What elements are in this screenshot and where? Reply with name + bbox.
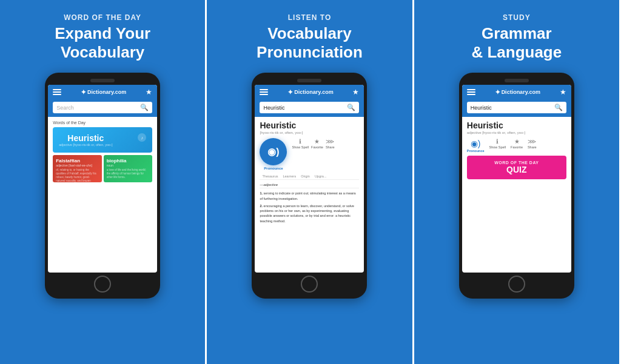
pronounce-label-2: Pronounce [260,167,287,170]
pronounce-circle[interactable]: ◉) [260,138,287,165]
share-label-3: Share [528,145,537,149]
search-bar-1: Search 🔍 [48,99,157,117]
app-header-2: ✦ Dictionary.com ★ [255,85,364,99]
phone-home-btn-2[interactable] [301,276,318,293]
panel2-subtitle: LISTEN TO [288,13,331,22]
logo-wing-1: ✦ [81,88,86,96]
dict-section-label: —adjective [260,183,359,188]
panel2-title: VocabularyPronunciation [257,24,363,62]
star-icon-2[interactable]: ★ [352,88,359,96]
tab-upgrade[interactable]: Upgra... [312,173,329,179]
share-btn-3[interactable]: ⋙ Share [528,138,537,149]
app-header-1: ✦ Dictionary.com ★ [48,85,157,99]
grid-desc-0: of, relating to, or having the qualities… [56,168,99,182]
search-value-2: Heuristic [263,105,347,111]
phone-notch-3 [505,79,529,82]
wotd-section: Words of the Day Heuristic adjective [hy… [48,117,157,186]
share-icon-3: ⋙ [528,138,536,145]
dict-pron-3: adjective [hyoo-ris-tik or, often, yoo-] [467,131,566,134]
show-spell-icon: ℹ [299,138,301,145]
search-container-1[interactable]: Search 🔍 [53,102,152,113]
grid-pos-1: noun [107,164,150,167]
hamburger-icon-3[interactable] [467,89,475,95]
phone-home-btn-1[interactable] [94,276,111,293]
pronounce-btn-wrapper[interactable]: ◉) Pronounce [260,138,287,170]
panel-study: STUDY Grammar& Language ✦ Dictionary.com… [414,0,621,364]
favorite-btn-3[interactable]: ★ Favorite [511,138,523,149]
tab-row-2: Thesaurus Learners Origin Upgra... [260,173,359,180]
wotd-grid-item-1[interactable]: biophilia noun a love of life and the li… [104,155,153,182]
show-spell-icon-3: ℹ [496,138,498,145]
dict-pron-2: [hyoo-ris-tik or, often, yoo-] [260,131,359,134]
app-header-3: ✦ Dictionary.com ★ [462,85,571,99]
dict-content-2: Heuristic [hyoo-ris-tik or, often, yoo-]… [255,117,364,230]
panel1-subtitle: WORD OF THE DAY [64,13,141,22]
grid-desc-1: a love of life and the living world; the… [107,168,150,179]
pronounce-label-3: Pronounce [467,149,485,153]
star-icon-1[interactable]: ★ [146,88,152,96]
show-spell-btn[interactable]: ℹ Show Spell [292,138,309,149]
tab-learners[interactable]: Learners [280,173,298,179]
phone-2: ✦ Dictionary.com ★ Heuristic 🔍 Heuristic… [252,73,367,299]
logo-2: ✦ Dictionary.com [287,88,333,96]
star-icon-3[interactable]: ★ [560,88,566,96]
tab-origin[interactable]: Origin [298,173,312,179]
sound-icon-3: ◉) [471,139,481,148]
phone-notch-2 [297,79,321,82]
show-spell-label: Show Spell [292,145,309,149]
search-container-3[interactable]: Heuristic 🔍 [467,102,566,113]
quiz-card[interactable]: WORD OF THE DAY QUIZ [467,156,566,179]
dict-content-3: Heuristic adjective [hyoo-ris-tik or, of… [462,117,571,183]
favorite-label: Favorite [311,145,323,149]
phone-1: ✦ Dictionary.com ★ Search 🔍 Words of the… [45,73,160,299]
logo-wing-2: ✦ [287,88,293,96]
hamburger-icon-2[interactable] [260,89,268,95]
wotd-audio-btn[interactable]: ♪ [138,133,146,142]
show-spell-label-3: Show Spell [489,145,506,149]
pronounce-btn-3[interactable]: ◉) Pronounce [467,138,485,153]
favorite-label-3: Favorite [511,145,523,149]
panel3-subtitle: STUDY [503,13,531,22]
search-bar-3: Heuristic 🔍 [462,99,571,117]
phone-screen-2: ✦ Dictionary.com ★ Heuristic 🔍 Heuristic… [255,85,364,273]
sound-wave-icon: ◉) [267,146,279,157]
phone-home-btn-3[interactable] [508,276,525,293]
search-bar-2: Heuristic 🔍 [255,99,364,117]
quiz-label: WORD OF THE DAY [472,160,562,165]
favorite-icon: ★ [314,138,320,145]
search-icon-1: 🔍 [140,104,149,111]
panel-pronunciation: LISTEN TO VocabularyPronunciation ✦ Dict… [207,0,414,364]
dict-word-2: Heuristic [260,121,359,130]
tab-thesaurus[interactable]: Thesaurus [260,173,280,179]
share-icon: ⋙ [326,138,334,145]
action-buttons-2: ℹ Show Spell ★ Favorite ⋙ Share [292,138,334,149]
hamburger-icon-1[interactable] [53,89,61,95]
search-icon-3: 🔍 [554,104,563,111]
phone-3: ✦ Dictionary.com ★ Heuristic 🔍 Heuristic… [459,73,574,299]
share-btn[interactable]: ⋙ Share [326,138,335,149]
favorite-icon-3: ★ [514,138,520,145]
wotd-grid: Falstaffian adjective [fawl-staf-ee-uhn]… [53,155,152,182]
search-container-2[interactable]: Heuristic 🔍 [260,102,359,113]
dict-def-2: 2. encouraging a person to learn, discov… [260,204,359,223]
favorite-btn[interactable]: ★ Favorite [311,138,323,149]
panel1-title: Expand YourVocabulary [55,24,150,62]
grid-word-0: Falstaffian [56,158,99,164]
panel-word-of-day: WORD OF THE DAY Expand YourVocabulary ✦ … [0,0,207,364]
dict-word-3: Heuristic [467,121,566,130]
logo-wing-3: ✦ [495,88,500,96]
panel3-title: Grammar& Language [471,24,562,62]
search-value-3: Heuristic [471,105,554,111]
wotd-featured-word: Heuristic [59,133,112,143]
show-spell-btn-3[interactable]: ℹ Show Spell [489,138,506,149]
phone-screen-1: ✦ Dictionary.com ★ Search 🔍 Words of the… [48,85,157,273]
share-label: Share [326,145,335,149]
phone-notch-1 [90,79,115,82]
grid-pos-0: adjective [fawl-staf-ee-uhn] [56,164,99,167]
wotd-grid-item-0[interactable]: Falstaffian adjective [fawl-staf-ee-uhn]… [53,155,102,182]
wotd-featured-card[interactable]: Heuristic adjective [hyoo-ris-tik or, of… [53,127,152,153]
quiz-title: QUIZ [472,165,562,174]
search-placeholder-1: Search [56,105,140,111]
wotd-label: Words of the Day [53,121,152,125]
wotd-featured-pos: adjective [hyoo-ris-tik or, often, yoo-] [59,143,112,147]
